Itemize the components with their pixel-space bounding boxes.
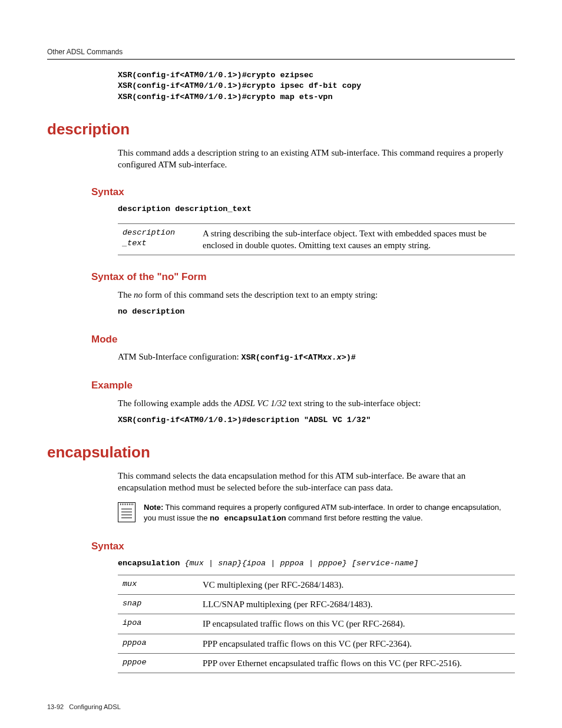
description-summary: This command adds a description string t…	[118, 147, 515, 171]
command-heading-encapsulation: encapsulation	[47, 442, 515, 463]
param-key: mux	[118, 575, 198, 594]
noform-heading: Syntax of the "no" Form	[91, 271, 515, 284]
param-key: pppoa	[118, 634, 198, 653]
param-key: description _text	[118, 223, 198, 255]
param-row: ipoaIP encapsulated traffic flows on thi…	[118, 614, 515, 634]
syntax-line: description description_text	[118, 204, 515, 215]
param-desc: A string describing the sub-interface ob…	[198, 223, 515, 255]
param-table-description: description _text A string describing th…	[118, 223, 515, 256]
syntax-heading-2: Syntax	[91, 540, 515, 554]
param-row: description _text A string describing th…	[118, 223, 515, 255]
note-text: Note: This command requires a properly c…	[144, 502, 515, 525]
param-key: snap	[118, 595, 198, 614]
param-row: pppoePPP over Ethernet encapsulated traf…	[118, 653, 515, 673]
encapsulation-summary: This command selects the data encapsulat…	[118, 470, 515, 494]
param-desc: PPP encapsulated traffic flows on this V…	[198, 634, 515, 653]
param-key: pppoe	[118, 653, 198, 673]
param-desc: IP encapsulated traffic flows on this VC…	[198, 614, 515, 634]
param-desc: LLC/SNAP multiplexing (per RFC-2684/1483…	[198, 595, 515, 614]
example-text: The following example adds the ADSL VC 1…	[118, 397, 515, 409]
intro-code-block: XSR(config-if<ATM0/1/0.1>)#crypto ezipse…	[118, 70, 515, 103]
mode-heading: Mode	[91, 333, 515, 347]
note-block: Note: This command requires a properly c…	[118, 502, 515, 525]
param-desc: PPP over Ethernet encapsulated traffic f…	[198, 653, 515, 673]
param-row: pppoaPPP encapsulated traffic flows on t…	[118, 634, 515, 653]
page-number: 13-92	[47, 703, 64, 710]
command-heading-description: description	[47, 119, 515, 140]
example-code: XSR(config-if<ATM0/1/0.1>)#description "…	[118, 415, 515, 426]
syntax-heading: Syntax	[91, 186, 515, 199]
param-row: muxVC multiplexing (per RFC-2684/1483).	[118, 575, 515, 594]
page-footer: 13-92 Configuring ADSL	[47, 703, 515, 711]
param-row: snapLLC/SNAP multiplexing (per RFC-2684/…	[118, 595, 515, 614]
param-desc: VC multiplexing (per RFC-2684/1483).	[198, 575, 515, 594]
example-heading: Example	[91, 379, 515, 393]
breadcrumb: Other ADSL Commands	[47, 48, 123, 56]
encap-syntax-line: encapsulation {mux | snap}{ipoa | pppoa …	[118, 558, 515, 569]
mode-text: ATM Sub-Interface configuration: XSR(con…	[118, 351, 515, 363]
chapter-title: Configuring ADSL	[69, 703, 120, 710]
note-icon	[118, 502, 135, 522]
noform-text: The no form of this command sets the des…	[118, 289, 515, 301]
param-key: ipoa	[118, 614, 198, 634]
param-table-encapsulation: muxVC multiplexing (per RFC-2684/1483). …	[118, 575, 515, 673]
page-header: Other ADSL Commands	[47, 47, 515, 60]
noform-code: no description	[118, 307, 515, 317]
